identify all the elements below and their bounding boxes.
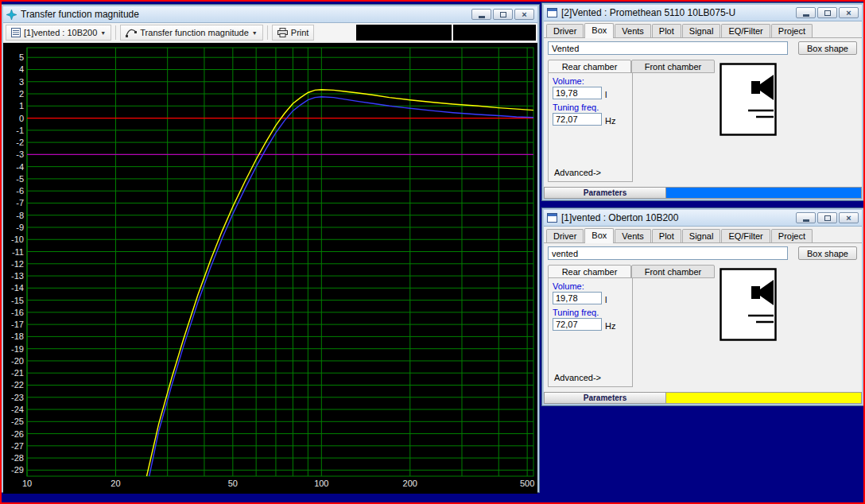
tab-front-chamber[interactable]: Front chamber [631, 60, 715, 73]
print-button[interactable]: Print [272, 25, 315, 41]
main-tabs: Driver Box Vents Plot Signal EQ/Filter P… [544, 227, 862, 243]
window-icon [547, 8, 557, 17]
box-window-oberton: [1]vented : Oberton 10B200 × Driver Box … [542, 208, 863, 405]
minimize-button[interactable] [796, 7, 816, 18]
oberton-titlebar[interactable]: [1]vented : Oberton 10B200 × [544, 210, 862, 227]
close-button[interactable]: × [839, 212, 859, 223]
maximize-icon [500, 12, 506, 17]
maximize-button[interactable] [493, 9, 513, 20]
window-title: [1]vented : Oberton 10B200 [561, 212, 792, 223]
svg-text:-17: -17 [11, 320, 24, 329]
close-icon: × [846, 214, 851, 223]
svg-text:4: 4 [19, 64, 24, 74]
svg-text:-16: -16 [11, 308, 24, 317]
box-window-promethean: [2]Vented : Promethean 5110 10LB075-U × … [542, 3, 863, 200]
box-shape-button[interactable]: Box shape [798, 246, 857, 260]
volume-input[interactable] [553, 292, 602, 304]
chamber-tabs: Rear chamber Front chamber [548, 265, 715, 278]
parameters-bar[interactable]: Parameters [544, 392, 862, 404]
svg-text:-7: -7 [16, 198, 24, 207]
box-name-input[interactable] [548, 41, 788, 55]
window-controls: × [796, 7, 859, 18]
chevron-down-icon: ▼ [252, 30, 258, 36]
svg-text:-25: -25 [11, 417, 24, 426]
close-icon: × [522, 10, 526, 19]
minimize-button[interactable] [796, 212, 816, 223]
svg-text:-11: -11 [12, 247, 24, 257]
volume-label: Volume: [553, 76, 632, 86]
box-tab-content: Box shape Rear chamber Front chamber Vol… [544, 38, 862, 187]
tab-signal[interactable]: Signal [682, 24, 721, 37]
tuning-freq-unit: Hz [605, 321, 615, 331]
svg-text:-10: -10 [11, 235, 24, 244]
svg-text:-29: -29 [11, 465, 24, 475]
box-shape-button[interactable]: Box shape [798, 41, 857, 55]
svg-text:-12: -12 [11, 259, 24, 269]
svg-text:-26: -26 [11, 429, 24, 439]
tuning-freq-input[interactable] [553, 318, 602, 331]
tuning-freq-unit: Hz [605, 116, 615, 126]
window-icon [547, 213, 557, 223]
parameters-bar[interactable]: Parameters [544, 187, 862, 199]
svg-text:-1: -1 [16, 126, 24, 135]
tab-rear-chamber[interactable]: Rear chamber [548, 265, 631, 278]
window-title: [2]Vented : Promethean 5110 10LB075-U [561, 7, 792, 18]
svg-text:-18: -18 [11, 331, 24, 341]
tab-plot[interactable]: Plot [652, 24, 681, 37]
tab-box[interactable]: Box [584, 23, 614, 38]
tab-driver[interactable]: Driver [546, 229, 584, 242]
maximize-button[interactable] [817, 7, 837, 18]
app-icon [6, 10, 17, 20]
box-shape-diagram [720, 63, 777, 136]
plot-window-titlebar[interactable]: Transfer function magnitude × [3, 6, 537, 23]
tab-rear-chamber[interactable]: Rear chamber [548, 60, 631, 73]
tab-project[interactable]: Project [771, 24, 813, 37]
tab-plot[interactable]: Plot [652, 229, 681, 242]
tab-project[interactable]: Project [771, 229, 813, 242]
svg-text:50: 50 [228, 479, 238, 488]
parameters-label[interactable]: Parameters [544, 392, 666, 404]
plot-area[interactable]: 543210-1-2-3-4-5-6-7-8-9-10-11-12-13-14-… [3, 43, 537, 494]
curve-icon [126, 28, 137, 37]
advanced-button[interactable]: Advanced-> [554, 168, 601, 177]
close-button[interactable]: × [839, 7, 859, 18]
volume-input[interactable] [553, 87, 602, 99]
tab-signal[interactable]: Signal [682, 229, 721, 242]
svg-text:0: 0 [19, 114, 24, 123]
plot-type-selector-dropdown[interactable]: Transfer function magnitude ▼ [120, 25, 263, 41]
svg-text:-20: -20 [11, 356, 24, 366]
svg-text:2: 2 [19, 89, 24, 99]
svg-text:-9: -9 [16, 223, 24, 232]
tab-vents[interactable]: Vents [615, 229, 651, 242]
box-tab-content: Box shape Rear chamber Front chamber Vol… [544, 243, 862, 392]
svg-text:-13: -13 [11, 271, 24, 281]
tab-eq-filter[interactable]: EQ/Filter [721, 229, 770, 242]
close-button[interactable]: × [514, 9, 534, 20]
minimize-button[interactable] [471, 9, 491, 20]
tab-driver[interactable]: Driver [546, 24, 584, 37]
promethean-titlebar[interactable]: [2]Vented : Promethean 5110 10LB075-U × [544, 5, 862, 21]
advanced-button[interactable]: Advanced-> [554, 373, 601, 382]
svg-text:-19: -19 [11, 344, 24, 354]
svg-text:-24: -24 [11, 405, 24, 414]
tab-vents[interactable]: Vents [615, 24, 651, 37]
transfer-function-chart: 543210-1-2-3-4-5-6-7-8-9-10-11-12-13-14-… [3, 43, 537, 490]
box-name-input[interactable] [548, 246, 788, 260]
project-selector-dropdown[interactable]: [1]vented : 10B200 ▼ [6, 25, 111, 41]
minimize-icon [803, 219, 809, 222]
svg-text:-3: -3 [16, 149, 24, 159]
maximize-button[interactable] [817, 212, 837, 223]
svg-text:-14: -14 [11, 283, 24, 293]
svg-text:-27: -27 [11, 441, 24, 451]
tuning-freq-input[interactable] [553, 113, 602, 126]
svg-text:-22: -22 [11, 380, 24, 390]
print-label: Print [291, 28, 309, 37]
tab-box[interactable]: Box [584, 228, 614, 243]
svg-text:-21: -21 [11, 368, 24, 378]
tab-front-chamber[interactable]: Front chamber [631, 265, 715, 278]
svg-text:-2: -2 [16, 138, 24, 147]
parameters-label[interactable]: Parameters [544, 187, 666, 199]
box-shape-diagram [720, 268, 777, 341]
svg-text:-28: -28 [11, 453, 24, 463]
tab-eq-filter[interactable]: EQ/Filter [721, 24, 770, 37]
